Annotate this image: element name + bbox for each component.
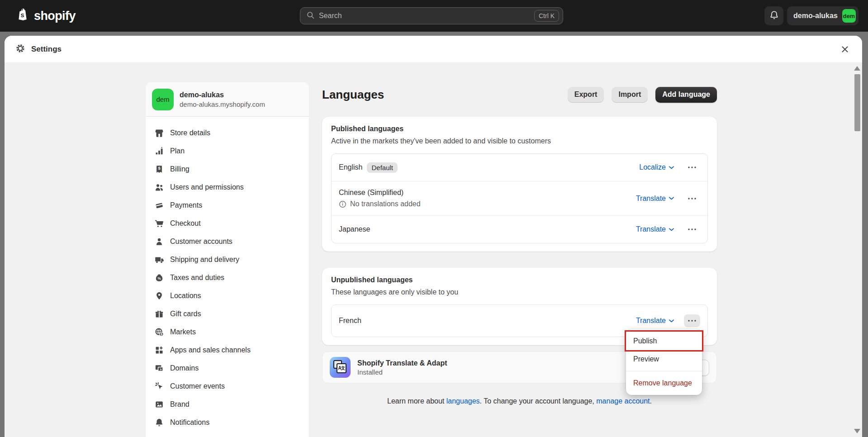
row-menu-button-open[interactable]: [684, 314, 700, 327]
published-language-list: English Default Localize: [331, 153, 708, 243]
sidebar-item-customer-events[interactable]: Customer events: [146, 377, 309, 395]
row-menu-button[interactable]: [684, 161, 700, 174]
sidebar-item-taxes[interactable]: % Taxes and duties: [146, 269, 309, 287]
svg-text:$: $: [161, 332, 162, 336]
sidebar-item-plan[interactable]: Plan: [146, 142, 309, 160]
import-button[interactable]: Import: [612, 87, 648, 103]
languages-link[interactable]: languages: [446, 397, 480, 405]
sidebar-item-domains[interactable]: Domains: [146, 359, 309, 377]
menu-item-publish[interactable]: Publish: [626, 332, 702, 350]
brand-icon: [155, 400, 164, 409]
store-domain: demo-alukas.myshopify.com: [180, 100, 265, 108]
shopify-logo[interactable]: S shopify: [16, 0, 76, 32]
store-name: demo-alukas: [180, 91, 265, 99]
sidebar-item-shipping[interactable]: Shipping and delivery: [146, 251, 309, 269]
ellipsis-icon: [688, 198, 696, 200]
sidebar-item-notifications[interactable]: Notifications: [146, 413, 309, 432]
search-input[interactable]: Search Ctrl K: [300, 7, 563, 24]
store-icon: [155, 128, 164, 138]
language-name: Chinese (Simplified): [339, 189, 403, 197]
topbar: S shopify Search Ctrl K demo-alukas dem: [0, 0, 868, 32]
apps-icon: [155, 346, 164, 355]
ellipsis-icon: [688, 228, 696, 230]
menu-item-remove-language[interactable]: Remove language: [626, 374, 702, 392]
ellipsis-icon: [688, 320, 696, 322]
sidebar-item-checkout[interactable]: Checkout: [146, 214, 309, 233]
bell-icon: [769, 10, 779, 22]
account-avatar: dem: [842, 9, 856, 23]
language-row-chinese: Chinese (Simplified) No translations add…: [332, 181, 707, 215]
sidebar-item-markets[interactable]: $ Markets: [146, 323, 309, 341]
unpublished-title: Unpublished languages: [331, 276, 708, 284]
taxes-icon: %: [155, 273, 164, 282]
language-name: Japanese: [339, 225, 370, 233]
export-button[interactable]: Export: [568, 87, 604, 103]
account-name: demo-alukas: [793, 12, 838, 20]
store-account-card[interactable]: dem demo-alukas demo-alukas.myshopify.co…: [146, 82, 309, 117]
shopify-bag-icon: S: [16, 8, 30, 24]
settings-sidebar: dem demo-alukas demo-alukas.myshopify.co…: [146, 82, 309, 437]
store-avatar: dem: [152, 89, 174, 110]
notifications-button[interactable]: [764, 6, 783, 25]
shopify-wordmark: shopify: [34, 9, 76, 23]
translation-note: No translations added: [350, 200, 421, 208]
row-menu-button[interactable]: [684, 223, 700, 236]
sidebar-item-store-details[interactable]: Store details: [146, 124, 309, 142]
account-menu[interactable]: demo-alukas dem: [787, 6, 859, 25]
scrollbar-down-arrow[interactable]: [854, 429, 860, 433]
translate-dropdown[interactable]: Translate: [636, 195, 674, 203]
notifications-icon: [155, 418, 164, 427]
scrollbar-up-arrow[interactable]: [854, 66, 860, 71]
translate-dropdown[interactable]: Translate: [636, 225, 674, 233]
info-icon: [339, 200, 346, 208]
language-row-english: English Default Localize: [332, 154, 707, 181]
checkout-icon: [155, 219, 164, 228]
sidebar-item-locations[interactable]: Locations: [146, 287, 309, 305]
app-name: Shopify Translate & Adapt: [357, 359, 447, 367]
published-languages-card: Published languages Active in the market…: [322, 117, 717, 252]
close-button[interactable]: [839, 43, 851, 56]
add-language-button[interactable]: Add language: [655, 87, 717, 103]
app-status: Installed: [357, 368, 447, 376]
chevron-down-icon: [669, 166, 674, 169]
sidebar-item-users-permissions[interactable]: Users and permissions: [146, 178, 309, 196]
settings-modal-body: dem demo-alukas demo-alukas.myshopify.co…: [5, 62, 862, 437]
sidebar-item-gift-cards[interactable]: Gift cards: [146, 305, 309, 323]
gear-icon: [15, 43, 25, 55]
sidebar-item-payments[interactable]: Payments: [146, 196, 309, 214]
shipping-icon: [155, 255, 164, 264]
published-title: Published languages: [331, 125, 708, 133]
customer-accounts-icon: [155, 237, 164, 246]
manage-account-link[interactable]: manage account: [596, 397, 650, 405]
row-menu-button[interactable]: [684, 192, 700, 205]
customer-events-icon: [155, 382, 164, 391]
chevron-down-icon: [669, 197, 674, 200]
menu-divider: [626, 371, 702, 371]
settings-modal: Settings dem demo-alukas demo-alukas.mys…: [5, 36, 862, 437]
search-placeholder: Search: [319, 12, 530, 20]
translate-dropdown[interactable]: Translate: [636, 317, 674, 325]
svg-text:%: %: [157, 276, 161, 280]
chevron-down-icon: [669, 228, 674, 231]
scrollbar-thumb[interactable]: [854, 74, 860, 131]
sidebar-item-billing[interactable]: $ Billing: [146, 160, 309, 178]
svg-text:$: $: [158, 166, 161, 171]
sidebar-item-apps[interactable]: Apps and sales channels: [146, 341, 309, 359]
billing-icon: $: [155, 165, 164, 174]
default-badge: Default: [367, 162, 398, 173]
localize-dropdown[interactable]: Localize: [639, 163, 674, 171]
language-options-menu: Publish Preview Remove language: [626, 329, 702, 395]
unpublished-subtitle: These languages are only visible to you: [331, 288, 708, 296]
payments-icon: [155, 201, 164, 210]
menu-item-preview[interactable]: Preview: [626, 350, 702, 368]
sidebar-item-customer-accounts[interactable]: Customer accounts: [146, 233, 309, 251]
svg-text:S: S: [21, 13, 24, 18]
sidebar-item-brand[interactable]: Brand: [146, 395, 309, 413]
search-shortcut: Ctrl K: [534, 10, 559, 22]
language-name: French: [339, 317, 361, 325]
language-row-japanese: Japanese Translate: [332, 215, 707, 243]
settings-title: Settings: [31, 45, 62, 54]
locations-icon: [155, 291, 164, 300]
footer-help-text: Learn more about languages. To change yo…: [322, 397, 717, 405]
page-title: Languages: [322, 88, 384, 102]
